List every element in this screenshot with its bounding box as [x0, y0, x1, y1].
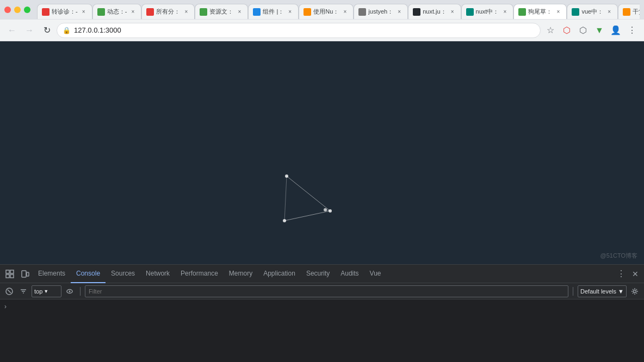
lock-icon: 🔒	[63, 27, 71, 34]
tab-close-5[interactable]: ×	[286, 8, 294, 16]
tab-11[interactable]: vue中： ×	[567, 4, 618, 19]
devtools-close-button[interactable]: ✕	[629, 267, 642, 280]
window-maximize-button[interactable]	[24, 7, 30, 13]
tab-close-6[interactable]: ×	[341, 8, 349, 16]
devtools-more-button[interactable]: ⋮	[615, 267, 628, 280]
tab-favicon-2	[97, 8, 105, 16]
eye-button[interactable]	[64, 285, 76, 297]
tab-7[interactable]: justyeh： ×	[354, 4, 408, 19]
devtools-side-icons	[2, 266, 33, 282]
console-settings-button[interactable]	[629, 285, 641, 297]
extensions2-button[interactable]: ⬡	[575, 23, 591, 38]
svg-line-0	[287, 176, 330, 211]
tab-label-9: nuxt中：	[476, 8, 499, 16]
devtools-tab-sources[interactable]: Sources	[106, 265, 140, 283]
context-value: top	[34, 288, 42, 295]
tab-favicon-12	[623, 8, 630, 16]
svg-rect-11	[10, 274, 14, 278]
svg-line-3	[284, 176, 287, 221]
title-bar: 转诊诊：- × 动态：- × 所有分： × 资源文： × 组件 |： ×	[0, 0, 644, 20]
svg-rect-9	[10, 270, 14, 273]
tab-label-2: 动态：-	[107, 8, 127, 16]
browser-frame: 转诊诊：- × 动态：- × 所有分： × 资源文： × 组件 |： ×	[0, 0, 644, 362]
devtools-tab-memory[interactable]: Memory	[224, 265, 258, 283]
tab-close-11[interactable]: ×	[605, 8, 613, 16]
tab-favicon-3	[146, 8, 154, 16]
animation-canvas	[0, 41, 644, 264]
toolbar-divider-2	[573, 287, 573, 296]
filter-icon-button[interactable]	[17, 285, 29, 297]
window-minimize-button[interactable]	[14, 7, 21, 13]
bookmark-button[interactable]: ☆	[543, 23, 558, 38]
window-controls	[4, 7, 30, 13]
inspect-element-button[interactable]	[2, 266, 17, 282]
context-select[interactable]: top ▼	[32, 285, 61, 297]
tab-12[interactable]: 干货： ×	[618, 4, 640, 19]
ext3-icon: ▼	[595, 26, 604, 35]
devtools-tab-elements[interactable]: Elements	[33, 265, 71, 283]
menu-button[interactable]: ⋮	[624, 23, 640, 38]
svg-rect-13	[27, 272, 29, 276]
tab-close-9[interactable]: ×	[501, 8, 509, 16]
cursor-icon	[5, 270, 14, 278]
tab-favicon-9	[466, 8, 474, 16]
tab-favicon-10	[518, 8, 526, 16]
devtools-tab-security[interactable]: Security	[301, 265, 335, 283]
tab-label-1: 转诊诊：-	[52, 8, 78, 16]
tab-9[interactable]: nuxt中： ×	[461, 4, 514, 19]
tab-1[interactable]: 转诊诊：- ×	[37, 4, 92, 19]
device-toggle-button[interactable]	[17, 266, 33, 282]
devtools-panel: Elements Console Sources Network Perform…	[0, 264, 644, 362]
log-levels-select[interactable]: Default levels ▼	[578, 285, 627, 297]
tab-6[interactable]: 使用Nu： ×	[299, 4, 354, 19]
svg-point-21	[634, 290, 636, 292]
tab-favicon-1	[42, 8, 49, 16]
svg-rect-8	[6, 270, 9, 273]
back-button[interactable]: ←	[4, 23, 20, 38]
device-icon	[21, 270, 29, 278]
tab-close-3[interactable]: ×	[182, 8, 190, 16]
devtools-tab-bar: Elements Console Sources Network Perform…	[0, 265, 644, 283]
extensions-button[interactable]: ⬡	[559, 23, 574, 38]
svg-point-6	[324, 208, 327, 211]
tab-close-1[interactable]: ×	[80, 8, 88, 16]
svg-point-7	[283, 219, 286, 222]
account-button[interactable]: 👤	[608, 23, 623, 38]
forward-button[interactable]: →	[22, 23, 37, 38]
tab-label-4: 资源文：	[209, 8, 233, 16]
svg-point-20	[69, 290, 71, 292]
console-prompt[interactable]: ›	[4, 303, 7, 310]
tab-8[interactable]: nuxt.ju： ×	[408, 4, 461, 19]
page-content: @51CTO博客	[0, 41, 644, 264]
reload-icon: ↻	[44, 25, 51, 35]
devtools-tab-console[interactable]: Console	[71, 265, 106, 283]
tab-close-10[interactable]: ×	[554, 8, 562, 16]
address-bar[interactable]: 🔒 127.0.0.1:3000	[57, 23, 541, 38]
reload-button[interactable]: ↻	[39, 23, 54, 38]
tab-close-4[interactable]: ×	[236, 8, 243, 16]
devtools-tab-vue[interactable]: Vue	[364, 265, 387, 283]
tab-close-7[interactable]: ×	[395, 8, 403, 16]
clear-console-button[interactable]	[3, 285, 15, 297]
tab-2[interactable]: 动态：- ×	[92, 4, 142, 19]
tab-favicon-4	[200, 8, 207, 16]
extensions3-button[interactable]: ▼	[592, 23, 607, 38]
tab-3[interactable]: 所有分： ×	[141, 4, 195, 19]
svg-line-2	[284, 211, 330, 221]
tab-close-8[interactable]: ×	[449, 8, 456, 16]
devtools-right-controls: ⋮ ✕	[615, 267, 642, 280]
back-icon: ←	[8, 26, 16, 35]
window-close-button[interactable]	[4, 7, 11, 13]
devtools-tab-network[interactable]: Network	[140, 265, 175, 283]
tab-label-10: 狗尾草：	[528, 8, 552, 16]
tab-5[interactable]: 组件 |： ×	[248, 4, 299, 19]
devtools-tab-application[interactable]: Application	[258, 265, 301, 283]
devtools-tab-performance[interactable]: Performance	[175, 265, 224, 283]
console-filter-input[interactable]	[85, 285, 568, 297]
tab-10[interactable]: 狗尾草： ×	[513, 4, 567, 19]
tab-favicon-8	[413, 8, 420, 16]
devtools-tab-audits[interactable]: Audits	[335, 265, 364, 283]
tab-close-2[interactable]: ×	[129, 8, 137, 16]
gear-icon	[631, 288, 639, 295]
tab-4[interactable]: 资源文： ×	[195, 4, 248, 19]
